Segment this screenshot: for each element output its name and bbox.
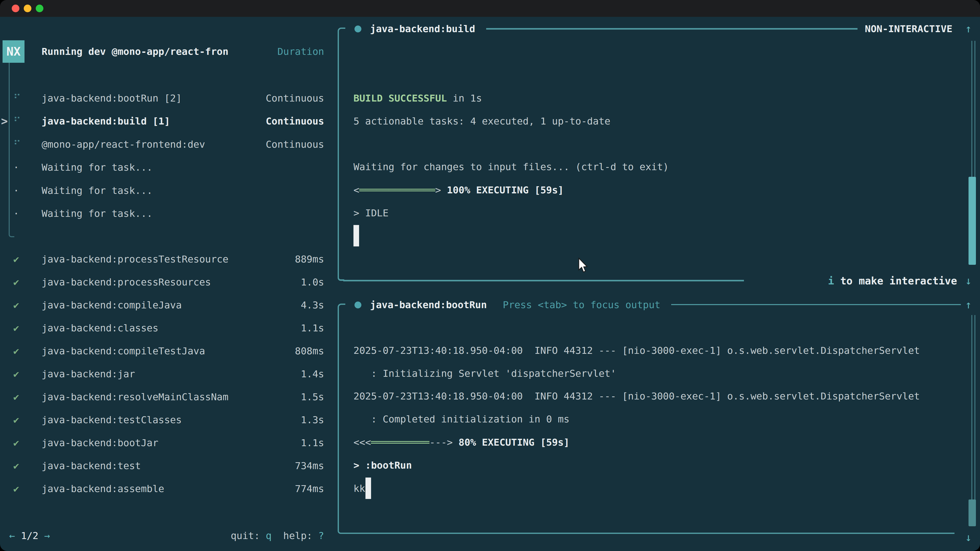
running-status-icon	[355, 302, 361, 308]
gradle-progress-line: <═════════════> 100% EXECUTING [59s]	[353, 179, 564, 202]
quit-label: quit:	[231, 530, 266, 541]
spinner-icon: ⠋	[13, 133, 34, 156]
task-name: java-backend:bootJar	[41, 431, 159, 454]
task-name: Waiting for task...	[41, 202, 153, 225]
task-row-build-selected[interactable]: ⠋ java-backend:build [1] Continuous	[0, 110, 334, 133]
minimize-button[interactable]	[24, 5, 32, 12]
task-row-completed[interactable]: ✔ java-backend:jar 1.4s	[0, 362, 334, 386]
keyboard-hints: quit: q help: ?	[231, 524, 324, 547]
top-pane-border	[338, 32, 344, 281]
quit-key: q	[266, 530, 272, 541]
task-row-completed[interactable]: ✔ java-backend:processTestResource 889ms	[0, 248, 334, 271]
spinner-icon: ⠋	[13, 110, 34, 133]
task-name: java-backend:assemble	[41, 477, 164, 500]
task-name: java-backend:build [1]	[41, 110, 170, 133]
log-line: 2025-07-23T13:40:18.950-04:00 INFO 44312…	[353, 339, 920, 362]
task-duration: 1.5s	[301, 386, 324, 408]
gradle-progress-line: <<<══════════---> 80% EXECUTING [59s]	[353, 431, 570, 454]
task-duration: 1.4s	[301, 362, 324, 386]
progress-label: 80% EXECUTING [59s]	[453, 437, 570, 448]
task-duration: 889ms	[295, 248, 324, 271]
check-icon: ✔	[13, 454, 34, 477]
top-pane-title: java-backend:build	[370, 17, 475, 40]
check-icon: ✔	[13, 386, 34, 408]
bottom-pane-border	[338, 308, 344, 534]
task-duration: 808ms	[295, 340, 324, 362]
task-row-waiting[interactable]: · Waiting for task...	[0, 179, 334, 202]
task-duration: 4.3s	[301, 294, 324, 317]
task-row-waiting[interactable]: · Waiting for task...	[0, 156, 334, 179]
idle-line: > IDLE	[353, 202, 388, 224]
dot-icon: ·	[13, 202, 34, 225]
task-name: java-backend:compileJava	[41, 294, 182, 317]
terminal-cursor	[366, 478, 371, 499]
bottom-pane-bottom-line	[343, 533, 955, 534]
task-duration: 774ms	[295, 477, 324, 500]
check-icon: ✔	[13, 248, 34, 271]
task-name: java-backend:processResources	[41, 271, 211, 294]
log-line: 2025-07-23T13:40:18.950-04:00 INFO 44312…	[353, 385, 920, 408]
build-status: BUILD SUCCESSFUL	[353, 93, 447, 104]
task-name: java-backend:processTestResource	[41, 248, 228, 271]
task-row-completed[interactable]: ✔ java-backend:processResources 1.0s	[0, 271, 334, 294]
scroll-down-icon[interactable]: ↓	[965, 526, 972, 549]
task-name: java-backend:classes	[41, 317, 159, 340]
task-name: java-backend:jar	[41, 362, 135, 386]
task-status: Continuous	[266, 87, 324, 110]
task-duration: 1.0s	[301, 271, 324, 294]
dot-icon: ·	[13, 156, 34, 179]
scrollbar-thumb[interactable]	[969, 177, 976, 265]
spinner-icon: ⠋	[13, 87, 34, 110]
progress-close: >	[435, 184, 441, 196]
task-name: java-backend:bootRun [2]	[41, 87, 182, 110]
zoom-button[interactable]	[36, 5, 43, 12]
task-row-completed[interactable]: ✔ java-backend:bootJar 1.1s	[0, 431, 334, 454]
log-line: : Completed initialization in 0 ms	[353, 408, 570, 430]
waiting-line: Waiting for changes to input files... (c…	[353, 156, 669, 178]
bootrun-task-line: > :bootRun	[353, 454, 412, 477]
prev-page-arrow-icon[interactable]: ←	[9, 530, 15, 541]
check-icon: ✔	[13, 477, 34, 500]
task-name: java-backend:resolveMainClassNam	[41, 386, 228, 408]
task-status: Continuous	[266, 110, 324, 133]
progress-close: --->	[429, 437, 453, 448]
task-row-bootrun[interactable]: ⠋ java-backend:bootRun [2] Continuous	[0, 87, 334, 110]
task-row-completed[interactable]: ✔ java-backend:compileTestJava 808ms	[0, 340, 334, 362]
scroll-down-icon[interactable]: ↓	[965, 269, 972, 292]
task-row-completed[interactable]: ✔ java-backend:classes 1.1s	[0, 317, 334, 340]
task-row-waiting[interactable]: · Waiting for task...	[0, 202, 334, 225]
task-row-completed[interactable]: ✔ java-backend:resolveMainClassNam 1.5s	[0, 386, 334, 408]
task-row-completed[interactable]: ✔ java-backend:compileJava 4.3s	[0, 294, 334, 317]
check-icon: ✔	[13, 317, 34, 340]
progress-open: <<<	[353, 437, 371, 448]
title-bar	[0, 0, 980, 17]
typed-input[interactable]: kk	[353, 477, 365, 500]
log-line: : Initializing Servlet 'dispatcherServle…	[353, 362, 616, 385]
task-duration: 1.3s	[301, 408, 324, 431]
check-icon: ✔	[13, 408, 34, 431]
scrollbar-thumb[interactable]	[969, 499, 976, 526]
scroll-up-icon[interactable]: ↑	[965, 17, 972, 40]
scroll-up-icon[interactable]: ↑	[965, 293, 972, 316]
task-row-frontend-dev[interactable]: ⠋ @mono-app/react-frontend:dev Continuou…	[0, 133, 334, 156]
task-name: java-backend:test	[41, 454, 141, 477]
task-row-completed[interactable]: ✔ java-backend:testClasses 1.3s	[0, 408, 334, 431]
progress-open: <	[353, 184, 360, 196]
task-row-completed[interactable]: ✔ java-backend:assemble 774ms	[0, 477, 334, 500]
scrollbar-track[interactable]	[974, 315, 975, 523]
build-result-line: BUILD SUCCESSFUL in 1s	[353, 87, 482, 110]
help-key: ?	[318, 530, 324, 541]
close-button[interactable]	[12, 5, 19, 12]
hint-text: to make interactive	[834, 275, 957, 287]
next-page-arrow-icon[interactable]: →	[44, 530, 50, 541]
scrollbar-track[interactable]	[971, 315, 972, 523]
duration-column-header: Duration	[0, 40, 324, 63]
task-duration: 1.1s	[301, 317, 324, 340]
running-status-icon	[355, 25, 361, 32]
terminal-cursor	[353, 225, 359, 246]
task-status: Continuous	[266, 133, 324, 156]
task-row-completed[interactable]: ✔ java-backend:test 734ms	[0, 454, 334, 477]
focus-output-hint: Press <tab> to focus output	[503, 293, 660, 316]
task-name: java-backend:compileTestJava	[41, 340, 205, 362]
task-name: Waiting for task...	[41, 156, 153, 179]
